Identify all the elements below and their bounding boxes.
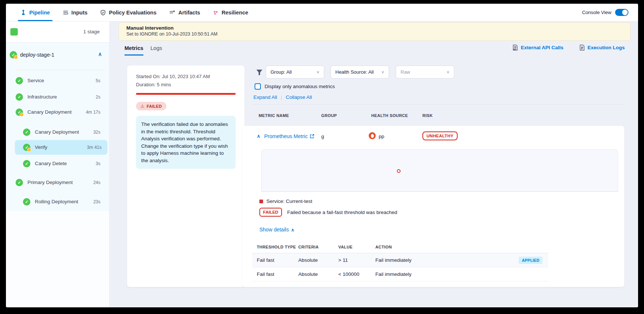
anomalous-data-point[interactable]	[397, 169, 401, 173]
filter-funnel-icon[interactable]	[256, 69, 263, 76]
step-duration: 23s	[93, 199, 100, 204]
app-window: Pipeline Inputs Policy Evaluations	[6, 4, 638, 307]
checkbox-label: Display only anomalous metrics	[265, 84, 335, 89]
status-success-icon: ✓!	[16, 179, 23, 186]
threshold-row: Fail fastAbsolute< 100000Fail immediatel…	[252, 267, 548, 281]
legend-marker	[259, 200, 263, 203]
sidebar-step-primary-deployment[interactable]: ✓!Primary Deployment24s	[6, 175, 109, 190]
tab-inputs[interactable]: Inputs	[56, 4, 94, 21]
document-icon	[580, 44, 585, 51]
tab-label: Artifacts	[178, 10, 200, 16]
collapse-all-link[interactable]: Collapse All	[286, 94, 312, 100]
sidebar-step-canary-delete[interactable]: ✓!Canary Delete3s	[6, 156, 109, 171]
tab-label: Policy Evaluations	[109, 10, 156, 16]
tab-resilience[interactable]: Resilience	[206, 4, 255, 21]
step-label: Infrastructure	[27, 94, 57, 100]
dropdown-value: Health Source: All	[335, 69, 374, 75]
metric-row: ∧ Prometheus Metric g pp UNHEALTHY	[242, 126, 624, 148]
sidebar-step-infrastructure[interactable]: ✓!Infrastructure2s	[6, 90, 109, 104]
main-content: Manual Intervention Set to IGNORE on 10-…	[110, 21, 638, 307]
step-label: Canary Deployment	[27, 109, 72, 115]
sidebar-step-rolling-deployment[interactable]: ✓!Rolling Deployment23s	[6, 194, 109, 209]
chart-legend: Service: Current-test	[259, 198, 312, 204]
artifacts-icon	[169, 10, 175, 16]
sidebar-step-service[interactable]: ✓!Service5s	[6, 73, 109, 88]
chevron-up-icon: ∧	[291, 227, 294, 233]
sidebar-step-canary-deployment[interactable]: ✓!Canary Deployment32s	[6, 125, 109, 140]
column-header-value: VALUE	[338, 245, 375, 249]
column-header-health-source: HEALTH SOURCE	[371, 113, 408, 118]
failed-status-badge: ⚠ FAILED	[136, 102, 166, 110]
health-source-filter-dropdown[interactable]: Health Source: All∨	[331, 66, 389, 78]
step-label: Verify	[35, 144, 47, 150]
status-success-icon: ✓!	[23, 128, 30, 136]
warning-badge-icon: !	[20, 113, 24, 117]
applied-badge: APPLIED	[519, 257, 542, 264]
chevron-up-icon[interactable]: ∧	[98, 51, 102, 57]
panel-divider	[253, 104, 624, 105]
show-details-label: Show details	[259, 227, 289, 233]
anomalous-metrics-checkbox[interactable]	[255, 83, 261, 90]
collapse-row-chevron-up-icon[interactable]: ∧	[257, 133, 260, 139]
tab-artifacts[interactable]: Artifacts	[163, 4, 206, 21]
banner-title: Manual Intervention	[126, 25, 623, 31]
step-duration: 4m 17s	[86, 110, 100, 115]
column-header-risk: RISK	[422, 113, 433, 118]
tab-policy-evaluations[interactable]: Policy Evaluations	[94, 4, 163, 21]
group-filter-dropdown[interactable]: Group: All∨	[266, 66, 324, 78]
console-view-label: Console View	[582, 10, 611, 15]
console-view-toggle[interactable]	[615, 9, 628, 16]
status-success-warning-icon: ✓!	[10, 51, 17, 59]
external-api-calls-link[interactable]: API External API Calls	[512, 44, 563, 51]
inputs-icon	[63, 10, 69, 16]
threshold-table-header: THRESHOLD TYPE CRITERIA VALUE ACTION	[252, 241, 548, 253]
tab-label: Inputs	[72, 10, 88, 16]
dropdown-value: Group: All	[270, 69, 292, 75]
metric-chart	[261, 149, 618, 192]
external-link-icon	[310, 134, 314, 138]
tab-logs[interactable]: Logs	[150, 45, 162, 56]
metric-name-link[interactable]: Prometheus Metric	[264, 133, 314, 139]
column-header-metric-name: METRIC NAME	[259, 113, 289, 118]
threshold-type-cell: Fail fast	[257, 257, 298, 263]
metric-name-label: Prometheus Metric	[264, 133, 308, 139]
tab-metrics[interactable]: Metrics	[125, 45, 143, 56]
nav-tabs: Pipeline Inputs Policy Evaluations	[6, 4, 255, 21]
expand-collapse-controls: Expand All | Collapse All	[253, 94, 312, 100]
metric-detail-card: ∧ Prometheus Metric g pp UNHEALTHY Servi…	[242, 126, 624, 287]
failure-reason-text: Failed because a fail-fast threshold was…	[287, 210, 397, 215]
status-success-icon: ✓!	[16, 93, 23, 101]
step-duration: 24s	[93, 180, 100, 185]
column-header-group: GROUP	[321, 113, 337, 118]
criteria-cell: Absolute	[298, 271, 338, 277]
value-cell: > 11	[338, 257, 375, 263]
sidebar-divider	[15, 70, 104, 70]
criteria-cell: Absolute	[298, 257, 338, 263]
raw-filter-dropdown[interactable]: Raw∨	[396, 66, 454, 78]
warning-badge-icon: !	[27, 148, 31, 152]
sidebar-step-verify[interactable]: ✓!Verify3m 41s	[15, 140, 107, 155]
step-label: Service	[27, 78, 44, 83]
prometheus-icon	[369, 132, 376, 139]
stage-name: deploy-stage-1	[20, 52, 54, 58]
step-label: Primary Deployment	[27, 180, 73, 185]
step-duration: 3m 41s	[87, 145, 102, 150]
step-duration: 32s	[93, 130, 100, 135]
threshold-rows: Fail fastAbsolute> 11Fail immediatelyAPP…	[252, 253, 548, 281]
svg-text:API: API	[514, 49, 517, 50]
step-label: Canary Deployment	[35, 129, 79, 135]
screenshot-frame: Pipeline Inputs Policy Evaluations	[0, 0, 644, 314]
step-duration: 3s	[96, 161, 100, 166]
tab-label: Resilience	[222, 10, 248, 16]
metric-group-value: g	[321, 134, 324, 139]
tab-pipeline[interactable]: Pipeline	[14, 4, 56, 21]
dropdown-placeholder: Raw	[401, 69, 410, 75]
execution-logs-link[interactable]: Execution Logs	[580, 44, 625, 51]
stage-status-square-icon	[10, 28, 18, 36]
status-label: FAILED	[147, 104, 162, 108]
step-label: Canary Delete	[35, 161, 67, 166]
expand-all-link[interactable]: Expand All	[253, 94, 277, 100]
show-details-link[interactable]: Show details∧	[259, 227, 294, 233]
stage-group-deploy-stage-1[interactable]: ✓! deploy-stage-1 ∧	[6, 46, 109, 63]
sidebar-step-canary-deployment[interactable]: ✓!Canary Deployment4m 17s	[6, 105, 109, 120]
